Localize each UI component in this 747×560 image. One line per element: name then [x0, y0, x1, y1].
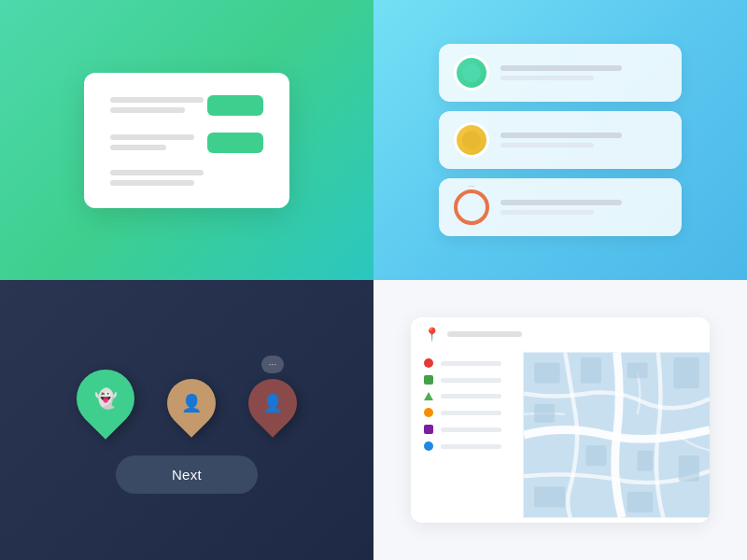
- legend-dot-blue: [424, 441, 433, 451]
- quadrant-top-left: [0, 0, 374, 280]
- legend-triangle: [424, 392, 433, 400]
- legend-item: [424, 441, 510, 451]
- avatar: [454, 55, 489, 91]
- form-card: [84, 73, 289, 208]
- card-text-lines: [110, 170, 204, 186]
- text-line: [110, 145, 166, 150]
- legend-text: [441, 361, 501, 366]
- card-row-1: [110, 95, 263, 116]
- list-item[interactable]: [439, 178, 682, 236]
- legend-text: [441, 427, 501, 432]
- legend-item: [424, 358, 510, 368]
- legend-dot-red: [424, 358, 433, 368]
- svg-rect-8: [679, 455, 699, 482]
- list-item[interactable]: [439, 44, 682, 102]
- legend-item: [424, 375, 510, 385]
- ghost-icon: 👻: [94, 387, 118, 410]
- map-visual: [524, 351, 710, 519]
- list-item-text: [500, 133, 667, 147]
- quadrant-bottom-right: 📍: [374, 280, 747, 560]
- svg-rect-9: [534, 486, 565, 507]
- card-button[interactable]: [207, 133, 263, 153]
- text-line: [500, 65, 622, 71]
- svg-rect-7: [638, 451, 654, 471]
- list-item-text: [500, 65, 667, 80]
- map-legend: [411, 351, 523, 519]
- pin-darkred: 👤: [238, 369, 307, 438]
- person-icon: 👤: [262, 393, 283, 413]
- legend-square-green: [424, 375, 433, 385]
- text-line: [500, 210, 594, 215]
- text-line: [110, 107, 185, 113]
- svg-rect-1: [534, 363, 560, 384]
- pin-green: 👻: [64, 357, 147, 440]
- card-row-2: [110, 133, 263, 153]
- quadrant-top-right: [374, 0, 747, 280]
- text-line: [110, 134, 194, 140]
- text-line: [110, 97, 204, 103]
- person-icon: 👤: [181, 393, 202, 413]
- card-button[interactable]: [207, 95, 263, 116]
- avatar: [454, 189, 489, 225]
- quadrant-bottom-left: 👻 👤 ··· 👤 Next: [0, 280, 374, 560]
- legend-text: [441, 411, 501, 415]
- card-text-lines: [110, 97, 204, 113]
- pin-item-3: ··· 👤: [248, 356, 297, 427]
- legend-item: [424, 425, 510, 434]
- svg-rect-5: [534, 404, 555, 423]
- chat-bubble: ···: [261, 356, 284, 373]
- avatar-inner: [462, 63, 481, 82]
- text-line: [500, 76, 594, 80]
- avatar: [454, 122, 489, 158]
- pin-item-2: 👤: [167, 379, 216, 427]
- avatar-inner: [462, 131, 481, 149]
- legend-dot-orange: [424, 408, 433, 417]
- text-line: [110, 180, 194, 186]
- map-body: [411, 351, 710, 519]
- location-icon: 📍: [424, 327, 440, 342]
- svg-rect-4: [673, 357, 699, 388]
- svg-rect-10: [627, 492, 654, 512]
- pin-item-1: 👻: [77, 370, 134, 427]
- map-card: 📍: [411, 317, 710, 523]
- pin-brown: 👤: [157, 369, 226, 438]
- legend-item: [424, 408, 510, 417]
- svg-rect-6: [585, 445, 606, 466]
- legend-item: [424, 392, 510, 400]
- legend-square-purple: [424, 425, 433, 434]
- map-header: 📍: [411, 317, 710, 351]
- list-item-text: [500, 200, 667, 215]
- text-line: [500, 133, 622, 138]
- legend-text: [441, 378, 501, 383]
- legend-text: [441, 444, 501, 449]
- svg-rect-2: [581, 357, 601, 384]
- text-line: [500, 143, 594, 147]
- text-line: [500, 200, 622, 205]
- next-button[interactable]: Next: [116, 455, 258, 494]
- list-item[interactable]: [439, 111, 682, 169]
- legend-text: [441, 394, 501, 399]
- map-title-line: [447, 331, 522, 337]
- card-text-lines: [110, 134, 194, 150]
- text-line: [110, 170, 204, 175]
- pins-container: 👻 👤 ··· 👤: [77, 356, 297, 427]
- map-svg: [524, 351, 710, 519]
- svg-rect-3: [627, 363, 648, 379]
- card-row-3: [110, 170, 263, 186]
